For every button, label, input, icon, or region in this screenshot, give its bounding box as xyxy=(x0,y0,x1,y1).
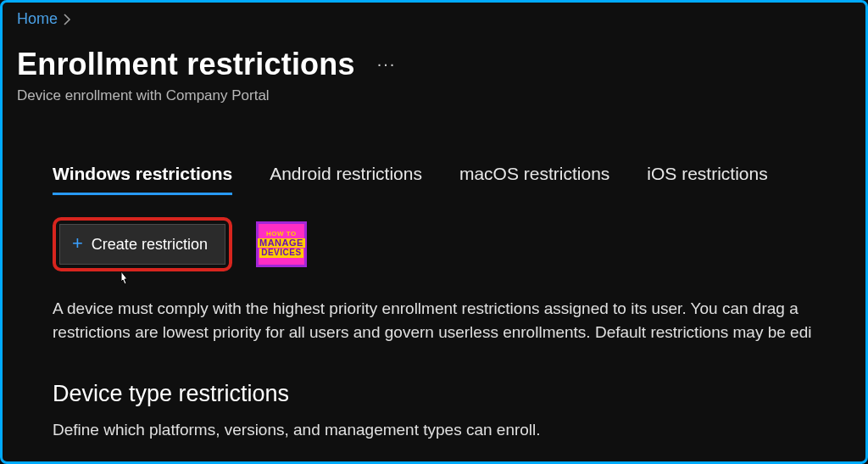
badge-line3: DEVICES xyxy=(259,249,303,258)
chevron-right-icon xyxy=(63,14,71,25)
tabs-bar: Windows restrictions Android restriction… xyxy=(53,164,851,195)
how-to-manage-devices-badge: HOW TO MANAGE DEVICES xyxy=(256,221,307,267)
restrictions-description: A device must comply with the highest pr… xyxy=(53,297,851,344)
section-desc-device-type: Define which platforms, versions, and ma… xyxy=(53,421,851,439)
create-restriction-button[interactable]: + Create restriction xyxy=(59,224,225,265)
tab-macos-restrictions[interactable]: macOS restrictions xyxy=(459,164,609,195)
breadcrumb: Home xyxy=(17,10,851,28)
tab-windows-restrictions[interactable]: Windows restrictions xyxy=(53,164,232,195)
page-title: Enrollment restrictions xyxy=(17,47,355,82)
badge-line2: MANAGE xyxy=(258,238,305,249)
page-content: Home Enrollment restrictions ··· Device … xyxy=(0,0,868,439)
page-subtitle: Device enrollment with Company Portal xyxy=(17,87,851,104)
page-title-row: Enrollment restrictions ··· xyxy=(17,47,851,82)
toolbar: + Create restriction HOW TO MANAGE DEVIC… xyxy=(53,217,851,271)
plus-icon: + xyxy=(72,232,83,254)
section-title-device-type: Device type restrictions xyxy=(53,381,851,407)
more-actions-button[interactable]: ··· xyxy=(377,54,397,74)
breadcrumb-home-link[interactable]: Home xyxy=(17,10,58,28)
annotation-highlight-box: + Create restriction xyxy=(53,217,232,271)
tab-ios-restrictions[interactable]: iOS restrictions xyxy=(647,164,767,195)
create-restriction-label: Create restriction xyxy=(92,236,208,254)
tab-android-restrictions[interactable]: Android restrictions xyxy=(270,164,422,195)
